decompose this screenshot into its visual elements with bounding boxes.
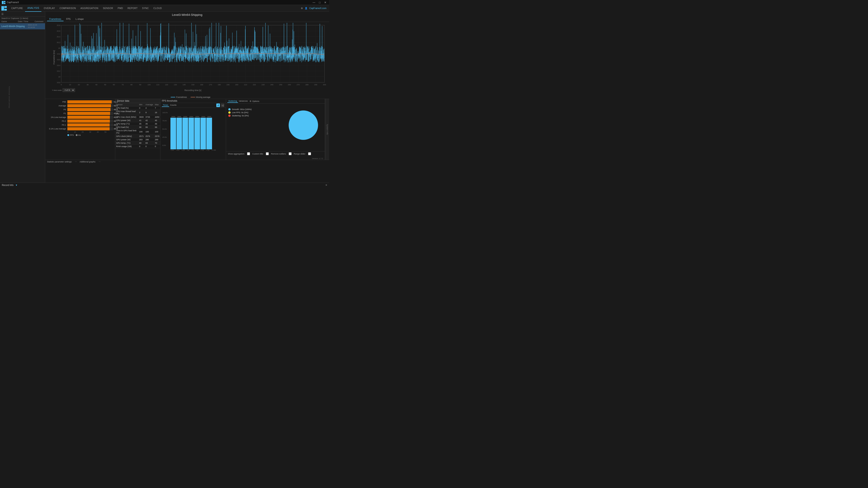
svg-rect-4 (4, 6, 7, 8)
app-title: CapFrameX (7, 1, 19, 4)
stutter-tabs-row: Stuttering Variances ⚙ Options (226, 99, 325, 104)
frametimes-canvas (52, 23, 329, 92)
fps-panel: FPS thresholds Times Counts ↺ ◁ 100.0% (160, 99, 226, 160)
fps-bar-fill (188, 118, 194, 149)
ms-radio[interactable] (76, 134, 78, 136)
nav-profile-icon[interactable]: 👤 (305, 7, 307, 9)
fps-bar-column: 100% (194, 116, 200, 149)
record-info-close[interactable]: ✕ (325, 184, 327, 187)
nav-pmd[interactable]: PMD (116, 5, 125, 12)
titlebar: CapFrameX — □ ✕ (0, 0, 329, 5)
fps-bar-column: 100% (200, 116, 206, 149)
sidebar-col-comment[interactable]: Comment (35, 20, 43, 23)
fps-tab-counts[interactable]: Counts (169, 104, 178, 107)
sidebar-col-date[interactable]: Date / Time (18, 20, 34, 23)
additional-graphs-label: Additional graphs: (80, 161, 96, 163)
sensor-row: CPU max thread load (%)2916 (115, 110, 160, 116)
custom-title-checkbox[interactable] (266, 152, 269, 155)
chart-legend: Frametimes Moving average (170, 96, 211, 98)
nav-aggregation[interactable]: AGGREGATION (78, 5, 101, 12)
sidebar-menu-icon[interactable]: ☰ (1, 13, 4, 15)
stat-settings-label: Statistic parameter settings: (47, 161, 72, 163)
fps-bar-column: 100% (182, 116, 188, 149)
bar-row: P5 49.8 (47, 108, 113, 111)
record-info-toggle[interactable]: ▼ (16, 184, 18, 186)
svg-rect-5 (4, 9, 7, 11)
sensor-row: GPU power (W)283286289 (115, 138, 160, 141)
fps-x-label: <240 (170, 149, 174, 151)
fps-bar-fill (170, 118, 176, 149)
sidebar-item-0[interactable]: Level3-Win64-Shipping 2024-10-24 11:14:2… (0, 23, 45, 29)
legend-low-fps: Low FPS: 0s (0%) (228, 111, 252, 113)
fps-panel-title: FPS thresholds (162, 100, 177, 102)
nav-logo (1, 6, 7, 11)
legend-smooth: Smooth: 301s (100%) (228, 108, 252, 110)
show-agg-label: Show aggregation: (228, 153, 245, 155)
sensor-row: CPU load (%)047 (115, 106, 160, 110)
bar-value: 50.5 (114, 104, 120, 107)
stutter-panel: Stuttering Variances ⚙ Options Smooth: 3… (226, 99, 325, 160)
stutter-tab-variances[interactable]: Variances (238, 100, 249, 103)
additional-graphs-icon[interactable]: ⋯ (98, 161, 101, 163)
close-button[interactable]: ✕ (323, 1, 327, 4)
range-slider-checkbox[interactable] (308, 152, 311, 155)
sensor-panel: Sensor data Sensor Min Average Max CPU l… (115, 99, 160, 160)
sidebar-item-game: Level3-Win64-Shipping (1, 25, 27, 28)
tab-lshape[interactable]: L-shape (73, 18, 86, 21)
remove-outliers-checkbox[interactable] (289, 152, 291, 155)
show-agg-checkbox[interactable] (247, 152, 250, 155)
y-axis-scale-label: Y Axis scale (52, 89, 62, 91)
fps-bar-fill (206, 118, 212, 149)
nav-cloud[interactable]: CLOUD (151, 5, 164, 12)
fps-x-label: <120 (181, 149, 185, 151)
system-info-tab[interactable]: System Info (325, 99, 329, 160)
stat-settings-icon[interactable]: ⋯ (75, 161, 77, 163)
chart-tabs: Frametimes FPS L-shape (45, 17, 329, 22)
bar-label: P0.1 (47, 124, 67, 126)
fps-ms-toggle: FPS ms (47, 134, 113, 136)
nav-capture[interactable]: CAPTURE (9, 5, 25, 12)
bar-row: 0.1% Low Average 48.8 (47, 127, 113, 130)
nav-analysis[interactable]: ANALYSIS (25, 5, 41, 12)
stutter-tab-stuttering[interactable]: Stuttering (227, 100, 238, 103)
fps-x-label: <144 (176, 149, 180, 151)
nav-settings-icon[interactable]: ⚙ (301, 7, 303, 9)
fps-icon-refresh[interactable]: ↺ (216, 103, 220, 107)
sensor-row: GPU temp. (°C)686970 (115, 141, 160, 145)
nav-comparison[interactable]: COMPARISON (57, 5, 78, 12)
sensor-table: Sensor Min Average Max CPU load (%)047CP… (115, 103, 160, 148)
fps-tab-times[interactable]: Times (162, 104, 169, 107)
y-axis-scale-area: Y Axis scale Full fit (52, 88, 75, 92)
fps-toggle[interactable]: FPS (67, 134, 74, 136)
sensor-row: CPU temp (°C)454546 (115, 122, 160, 126)
sidebar-columns: Game Date / Time Comment (0, 20, 45, 23)
fps-radio[interactable] (67, 134, 69, 136)
fps-icon-info[interactable]: ◁ (221, 103, 224, 107)
tab-frametimes[interactable]: Frametimes (47, 18, 64, 21)
fps-bar-column: 100% (177, 116, 182, 149)
nav-report[interactable]: REPORT (125, 5, 140, 12)
fps-bar-column: 100% (188, 116, 194, 149)
bar-row: P1 49.4 (47, 112, 113, 115)
bar-label: P1 (47, 112, 67, 115)
remove-outliers-label: Remove outliers: (271, 153, 286, 155)
sensor-row: Time in GPU load limit (%)100100100 (115, 129, 160, 135)
sidebar-item-date: 2024-10-24 11:14:24 (28, 24, 43, 29)
maximize-button[interactable]: □ (318, 1, 321, 4)
nav-right: ⚙ 👤 CapFrameX.com (301, 7, 328, 9)
sidebar-col-game[interactable]: Game (1, 20, 17, 23)
fps-bar-column: 100% (170, 116, 176, 149)
bar-value: 49.2 (114, 116, 120, 119)
ms-toggle[interactable]: ms (76, 134, 81, 136)
main-area: ☰ Search in 'Captures' (1 Items) Game Da… (0, 12, 329, 183)
record-info-bar: Record Info ▼ ✕ (0, 183, 329, 187)
stutter-options-btn[interactable]: ⚙ Options (249, 100, 260, 103)
tab-fps[interactable]: FPS (64, 18, 73, 21)
nav-overlay[interactable]: OVERLAY (41, 5, 57, 12)
minimize-button[interactable]: — (312, 1, 316, 4)
nav-sensor[interactable]: SENSOR (101, 5, 115, 12)
nav-sync[interactable]: SYNC (140, 5, 151, 12)
y-axis-scale-select[interactable]: Full fit (63, 88, 75, 92)
stutter-chart-area: Smooth: 301s (100%) Low FPS: 0s (0%) Stu… (226, 104, 325, 151)
bar-chart-panel: P95 51.3 Average 50.5 P5 49.8 P1 49.4 1%… (45, 99, 115, 160)
